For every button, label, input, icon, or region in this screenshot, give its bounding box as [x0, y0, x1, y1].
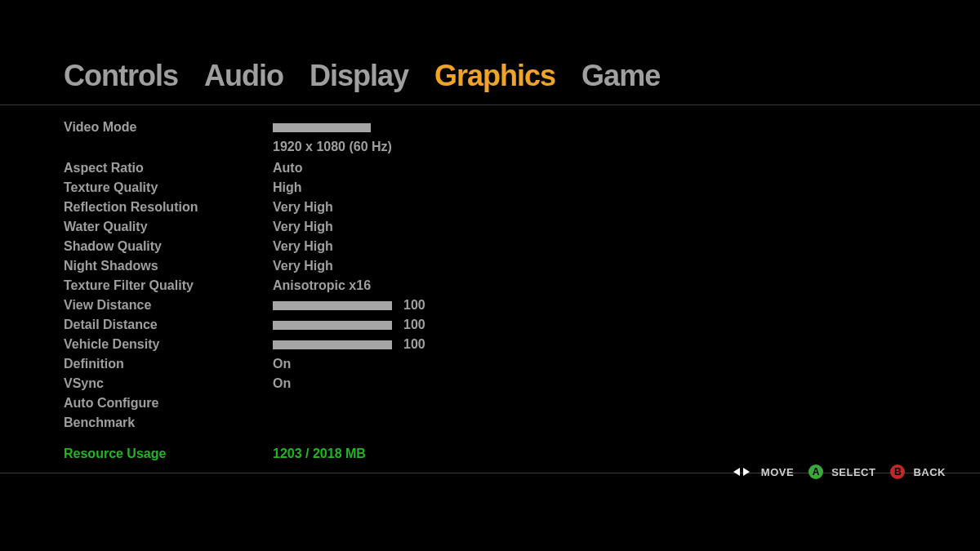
shadow-quality-value: Very High: [273, 239, 333, 254]
aspect-ratio-label: Aspect Ratio: [64, 161, 273, 176]
setting-benchmark[interactable]: Benchmark: [64, 414, 980, 432]
video-mode-value: 1920 x 1080 (60 Hz): [273, 140, 392, 154]
tab-game[interactable]: Game: [581, 59, 660, 93]
graphics-settings-panel: Video Mode 1920 x 1080 (60 Hz) Aspect Ra…: [0, 105, 980, 463]
view-distance-label: View Distance: [64, 298, 273, 313]
triangle-left-icon: [733, 468, 740, 476]
hint-back: BACK: [913, 466, 946, 478]
texture-filter-value: Anisotropic x16: [273, 278, 371, 293]
night-shadows-label: Night Shadows: [64, 259, 273, 273]
tab-display[interactable]: Display: [310, 59, 408, 93]
setting-view-distance[interactable]: View Distance 100: [64, 296, 980, 314]
vsync-label: VSync: [64, 376, 273, 391]
settings-tabs: Controls Audio Display Graphics Game: [0, 0, 980, 104]
hint-select: SELECT: [831, 466, 875, 478]
setting-detail-distance[interactable]: Detail Distance 100: [64, 316, 980, 334]
tab-audio[interactable]: Audio: [204, 59, 283, 93]
definition-label: Definition: [64, 357, 273, 371]
night-shadows-value: Very High: [273, 259, 333, 273]
resource-usage-value: 1203 / 2018 MB: [273, 447, 366, 461]
water-quality-label: Water Quality: [64, 220, 273, 234]
shadow-quality-label: Shadow Quality: [64, 239, 273, 254]
view-distance-value: 100: [403, 298, 425, 313]
tab-controls[interactable]: Controls: [64, 59, 178, 93]
setting-texture-filter-quality[interactable]: Texture Filter Quality Anisotropic x16: [64, 277, 980, 295]
footer-hints: MOVE A SELECT B BACK: [733, 464, 946, 479]
video-mode-slider[interactable]: [273, 123, 371, 132]
resource-usage-row: Resource Usage 1203 / 2018 MB: [64, 445, 980, 463]
aspect-ratio-value: Auto: [273, 161, 302, 176]
setting-texture-quality[interactable]: Texture Quality High: [64, 179, 980, 197]
hint-move: MOVE: [761, 466, 794, 478]
setting-reflection-resolution[interactable]: Reflection Resolution Very High: [64, 198, 980, 216]
dpad-icon: [733, 468, 750, 476]
detail-distance-value: 100: [403, 318, 425, 332]
setting-night-shadows[interactable]: Night Shadows Very High: [64, 257, 980, 275]
b-button-icon: B: [890, 464, 905, 479]
setting-definition[interactable]: Definition On: [64, 355, 980, 373]
setting-aspect-ratio[interactable]: Aspect Ratio Auto: [64, 159, 980, 177]
water-quality-value: Very High: [273, 220, 333, 234]
vehicle-density-value: 100: [403, 337, 425, 352]
view-distance-slider[interactable]: [273, 301, 392, 310]
setting-video-mode[interactable]: Video Mode: [64, 118, 980, 136]
texture-quality-value: High: [273, 180, 302, 195]
reflection-res-value: Very High: [273, 200, 333, 215]
auto-configure-label: Auto Configure: [64, 396, 273, 411]
setting-shadow-quality[interactable]: Shadow Quality Very High: [64, 238, 980, 256]
resource-usage-label: Resource Usage: [64, 447, 273, 461]
detail-distance-slider[interactable]: [273, 321, 392, 330]
texture-filter-label: Texture Filter Quality: [64, 278, 273, 293]
vehicle-density-slider[interactable]: [273, 340, 392, 349]
setting-vsync[interactable]: VSync On: [64, 375, 980, 393]
reflection-res-label: Reflection Resolution: [64, 200, 273, 215]
a-button-icon: A: [808, 464, 823, 479]
setting-vehicle-density[interactable]: Vehicle Density 100: [64, 335, 980, 353]
texture-quality-label: Texture Quality: [64, 180, 273, 195]
triangle-right-icon: [743, 468, 750, 476]
benchmark-label: Benchmark: [64, 415, 273, 430]
tab-graphics[interactable]: Graphics: [434, 59, 555, 93]
vsync-value: On: [273, 376, 291, 391]
vehicle-density-label: Vehicle Density: [64, 337, 273, 352]
video-mode-label: Video Mode: [64, 120, 273, 135]
definition-value: On: [273, 357, 291, 371]
setting-auto-configure[interactable]: Auto Configure: [64, 394, 980, 412]
setting-water-quality[interactable]: Water Quality Very High: [64, 218, 980, 236]
detail-distance-label: Detail Distance: [64, 318, 273, 332]
